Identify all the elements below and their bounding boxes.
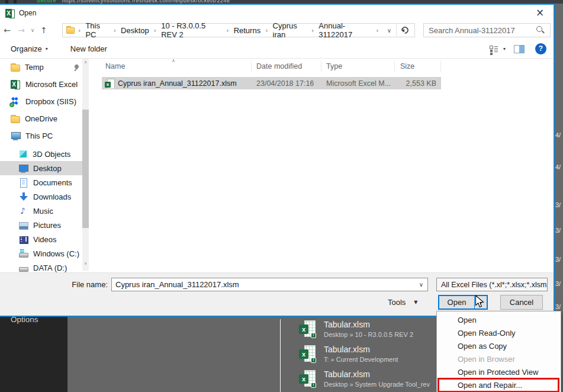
address-bar[interactable]: › This PC › Desktop › 10 - R3.0.0.5 REV … [62, 23, 415, 37]
menu-item[interactable]: Open and Repair... [437, 379, 561, 392]
view-dropdown-icon[interactable]: ▾ [503, 46, 506, 52]
file-type: Microsoft Excel M... [321, 79, 395, 88]
excel-file-icon: x! [299, 320, 317, 339]
new-folder-button[interactable]: New folder [70, 44, 107, 53]
sidebar-item-icon [20, 150, 27, 158]
background-text-fragment: 4/ [555, 163, 561, 171]
breadcrumb-item[interactable]: Cyprus iran › [272, 21, 318, 39]
dialog-titlebar[interactable]: Open × [0, 5, 554, 21]
sidebar-item[interactable]: Dropbox (SIIS) [0, 93, 82, 110]
sidebar-item-icon [18, 192, 28, 201]
screen: Secure https://solvencyiisolutions.fresh… [0, 0, 563, 392]
navigation-sidebar: Temp Microsoft Excel Dropbox (SIIS) OneD… [0, 59, 82, 272]
scroll-up-icon[interactable]: ∧ [82, 60, 89, 65]
column-header[interactable]: Name [102, 60, 252, 72]
background-text-fragment: 3/ [555, 201, 561, 208]
breadcrumb-item[interactable]: Annual-31122017 › [317, 21, 382, 39]
sidebar-item[interactable]: Pictures [0, 218, 82, 232]
sidebar-item[interactable]: Temp [0, 59, 82, 76]
dialog-main: Temp Microsoft Excel Dropbox (SIIS) OneD… [0, 59, 554, 272]
divider [396, 24, 397, 36]
divider [280, 319, 281, 392]
search-input[interactable] [424, 26, 536, 35]
breadcrumb-item[interactable]: Desktop › [120, 26, 160, 35]
help-icon[interactable]: ? [535, 43, 546, 54]
background-text-fragment: 3/ [555, 227, 561, 234]
folder-icon [66, 27, 75, 34]
file-date: 23/04/2018 17:16 [252, 79, 321, 88]
dialog-footer: File name: ∨ All Excel Files (*.xl*;*.xl… [0, 272, 554, 316]
sidebar-item-icon [18, 249, 28, 258]
open-dropdown-menu: OpenOpen Read-OnlyOpen as CopyOpen in Br… [436, 311, 561, 392]
menu-item[interactable]: Open in Protected View [437, 366, 561, 379]
recent-file-name: Tabular.xlsm [324, 320, 370, 329]
organize-button[interactable]: Organize ▾ [11, 44, 48, 53]
breadcrumb-item[interactable]: Returns › [233, 26, 272, 35]
sidebar-item[interactable]: 3D Objects [0, 147, 82, 161]
column-header[interactable]: Type [321, 60, 395, 72]
search-icon[interactable] [536, 25, 545, 35]
command-toolbar: Organize ▾ New folder ▾ ? [0, 39, 554, 59]
breadcrumb-separator: › [150, 27, 160, 34]
sidebar-item-icon [11, 80, 21, 89]
scroll-down-icon[interactable]: ∨ [82, 261, 89, 266]
search-box[interactable] [423, 23, 551, 37]
file-size: 2,553 KB [395, 79, 441, 88]
sidebar-scrollbar[interactable]: ∧ ∨ [82, 59, 89, 271]
background-text-fragment: 3/ [555, 303, 561, 310]
sidebar-item[interactable]: DATA (D:) [0, 261, 82, 272]
column-header[interactable]: Size [395, 60, 441, 72]
breadcrumb-separator: › [262, 27, 271, 34]
excel-file-icon: x! [299, 370, 317, 389]
scrollbar-thumb[interactable] [82, 110, 89, 228]
open-dialog: Open × ← → ∨ ↑ › This PC › Desktop › [0, 4, 555, 317]
address-dropdown-icon[interactable]: ∨ [382, 27, 396, 34]
recent-file-path: T: » Current Development [324, 356, 398, 363]
menu-item[interactable]: Open as Copy [437, 340, 561, 353]
breadcrumb-separator: › [75, 27, 84, 34]
breadcrumb-separator: › [308, 27, 317, 34]
menu-item[interactable]: Open in Browser [437, 353, 561, 366]
sidebar-item[interactable]: Windows (C:) [0, 246, 82, 261]
caret-down-icon: ▼ [414, 300, 417, 305]
view-mode-icon[interactable] [489, 45, 498, 53]
sidebar-item[interactable]: Documents [0, 175, 82, 189]
excel-file-icon [105, 79, 114, 88]
preview-pane-icon[interactable] [514, 45, 525, 53]
file-row[interactable]: Cyprus iran_Annual_31122017.xlsm 23/04/2… [102, 77, 441, 89]
pin-icon [73, 64, 80, 71]
breadcrumb-item[interactable]: 10 - R3.0.0.5 REV 2 › [160, 21, 232, 39]
sidebar-item[interactable]: Microsoft Excel [0, 76, 82, 93]
sidebar-item[interactable]: OneDrive [0, 110, 82, 127]
menu-item[interactable]: Open Read-Only [437, 327, 561, 340]
file-name-combobox[interactable]: ∨ [111, 278, 428, 291]
sidebar-item[interactable]: Music [0, 204, 82, 218]
chevron-down-icon[interactable]: ∨ [415, 281, 427, 288]
sidebar-item[interactable]: Videos [0, 232, 82, 246]
sidebar-item-icon [18, 178, 28, 187]
up-icon[interactable]: ↑ [37, 25, 51, 35]
forward-icon[interactable]: → [14, 25, 28, 35]
menu-item[interactable]: Open [437, 314, 561, 327]
sidebar-item[interactable]: Desktop [0, 161, 82, 175]
sidebar-item[interactable]: This PC [0, 127, 82, 144]
file-name: Cyprus iran_Annual_31122017.xlsm [118, 79, 237, 88]
close-icon[interactable]: × [531, 5, 549, 20]
sidebar-item-icon [18, 235, 28, 244]
file-name-input[interactable] [112, 280, 415, 289]
file-type-combobox[interactable]: All Excel Files (*.xl*;*.xlsx;*.xlsm; ∨ [436, 278, 548, 291]
recent-file-name: Tabular.xlsm [324, 345, 370, 354]
file-name-label: File name: [0, 280, 108, 289]
sidebar-item-icon [11, 116, 20, 123]
column-headers: NameDate modifiedTypeSize [102, 59, 552, 74]
sidebar-item[interactable]: Downloads [0, 189, 82, 204]
chevron-down-icon: ▾ [46, 46, 48, 52]
tools-button[interactable]: Tools ▼ [388, 298, 418, 307]
recent-locations-icon[interactable]: ∨ [28, 27, 37, 33]
breadcrumb: This PC › Desktop › 10 - R3.0.0.5 REV 2 … [84, 21, 382, 39]
refresh-icon[interactable] [400, 25, 410, 36]
column-header[interactable]: Date modified [252, 60, 321, 72]
cancel-button[interactable]: Cancel [500, 295, 543, 310]
back-icon[interactable]: ← [0, 25, 14, 35]
breadcrumb-item[interactable]: This PC › [84, 21, 120, 39]
